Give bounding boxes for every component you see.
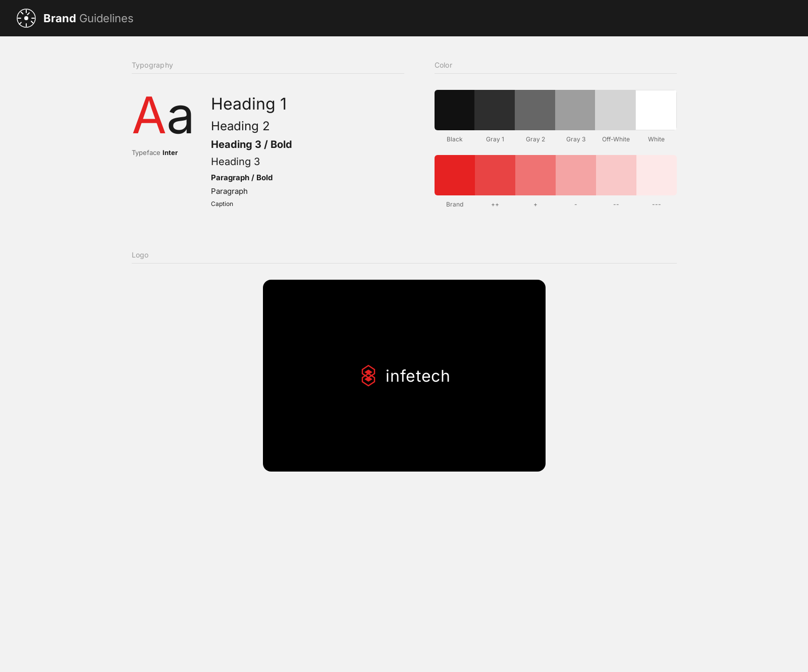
svg-rect-5: [31, 18, 35, 19]
svg-marker-12: [364, 370, 372, 375]
logo-display: infetech: [263, 280, 546, 472]
logo-section-label: Logo: [132, 250, 677, 259]
svg-marker-13: [364, 377, 372, 382]
main-content: Typography Aa Typeface Inter Heading 1 H…: [101, 36, 707, 496]
brand-swatch---: [596, 155, 636, 195]
typography-section-label: Typography: [132, 61, 404, 69]
big-letters: Aa: [132, 90, 195, 140]
brand-swatch-+: [515, 155, 556, 195]
brand-swatch-Brand: [435, 155, 475, 195]
letter-a-black: a: [167, 84, 195, 145]
svg-rect-4: [18, 18, 21, 19]
svg-point-1: [24, 16, 28, 20]
brand-label-Brand: Brand: [435, 197, 475, 208]
brand-label---: --: [596, 197, 636, 208]
svg-rect-6: [21, 12, 24, 15]
paragraph-bold-sample: Paragraph / Bold: [211, 173, 404, 182]
brand-label--: -: [556, 197, 596, 208]
gray-swatch-group: BlackGray 1Gray 2Gray 3Off-WhiteWhite: [435, 90, 677, 143]
heading-2-sample: Heading 2: [211, 119, 404, 133]
color-label-gray-1: Gray 1: [475, 132, 515, 143]
typeface-name: Inter: [163, 148, 178, 157]
color-divider: [435, 73, 677, 74]
heading-3-bold-sample: Heading 3 / Bold: [211, 138, 404, 150]
color-label-white: White: [636, 132, 677, 143]
caption-sample: Caption: [211, 200, 404, 208]
logo-divider: [132, 263, 677, 264]
brand-swatch-++: [475, 155, 515, 195]
typography-headings: Heading 1 Heading 2 Heading 3 / Bold Hea…: [211, 90, 404, 208]
typography-demo: Aa Typeface Inter Heading 1 Heading 2 He…: [132, 90, 404, 208]
color-label-gray-3: Gray 3: [556, 132, 596, 143]
brand-label-+: +: [515, 197, 556, 208]
brand-label----: ---: [636, 197, 677, 208]
heading-3-sample: Heading 3: [211, 156, 404, 168]
brand-label-++: ++: [475, 197, 515, 208]
header: Brand Guidelines: [0, 0, 808, 36]
color-label-off-white: Off-White: [596, 132, 636, 143]
color-swatch-gray-2: [515, 90, 555, 130]
typeface-info: Typeface Inter: [132, 148, 195, 157]
svg-rect-3: [26, 23, 27, 27]
brand-swatch--: [556, 155, 596, 195]
header-title: Brand Guidelines: [43, 12, 134, 25]
typography-divider: [132, 73, 404, 74]
typography-section: Typography Aa Typeface Inter Heading 1 H…: [132, 61, 404, 220]
infetech-logo-icon: [357, 365, 380, 387]
logo-inner: infetech: [357, 365, 450, 387]
brand-color-row: [435, 155, 677, 195]
heading-1-sample: Heading 1: [211, 94, 404, 114]
typography-sample: Aa Typeface Inter: [132, 90, 195, 157]
gray-color-row: [435, 90, 677, 130]
color-label-gray-2: Gray 2: [515, 132, 556, 143]
color-swatch-gray-3: [555, 90, 596, 130]
svg-rect-2: [26, 10, 27, 13]
logo-section: Logo infetech: [132, 250, 677, 472]
brand-swatch----: [636, 155, 677, 195]
color-swatch-off-white: [595, 90, 635, 130]
color-swatch-gray-1: [474, 90, 515, 130]
top-row: Typography Aa Typeface Inter Heading 1 H…: [132, 61, 677, 220]
color-section: Color BlackGray 1Gray 2Gray 3Off-WhiteWh…: [435, 61, 677, 220]
svg-rect-7: [31, 21, 34, 24]
color-swatch-black: [435, 90, 475, 130]
brand-swatch-group: Brand+++------: [435, 155, 677, 208]
color-section-label: Color: [435, 61, 677, 69]
color-label-black: Black: [435, 132, 475, 143]
svg-rect-8: [27, 12, 30, 15]
infetech-logo-text: infetech: [386, 366, 450, 386]
gray-color-labels: BlackGray 1Gray 2Gray 3Off-WhiteWhite: [435, 132, 677, 143]
letter-a-red: A: [132, 84, 167, 145]
color-swatch-white: [635, 90, 677, 130]
brand-color-labels: Brand+++------: [435, 197, 677, 208]
paragraph-sample: Paragraph: [211, 186, 404, 196]
brand-logo-icon: [16, 8, 36, 28]
